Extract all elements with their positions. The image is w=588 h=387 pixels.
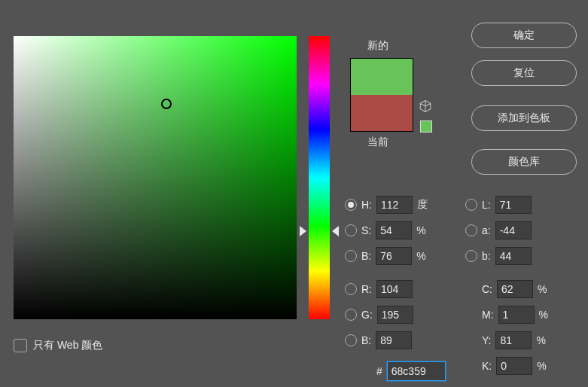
web-only-checkbox[interactable]: 只有 Web 颜色 bbox=[14, 339, 102, 352]
label-y: Y: bbox=[482, 334, 491, 346]
hue-row: H: 度 bbox=[345, 196, 431, 214]
input-hex[interactable] bbox=[387, 361, 446, 381]
b-row: B: bbox=[345, 331, 412, 349]
sat-row: S: % bbox=[345, 221, 430, 239]
ok-button[interactable]: 确定 bbox=[471, 23, 577, 48]
unit-c: % bbox=[538, 283, 551, 295]
label-labb: b: bbox=[482, 250, 491, 262]
label-a: a: bbox=[482, 224, 491, 236]
hue-handle-right[interactable] bbox=[332, 226, 339, 236]
unit-m: % bbox=[539, 309, 553, 321]
a-row: a: bbox=[465, 221, 532, 239]
input-bb[interactable] bbox=[376, 331, 412, 349]
bright-row: B: % bbox=[345, 247, 430, 265]
add-swatch-button[interactable]: 添加到色板 bbox=[471, 105, 577, 131]
m-row: M: % bbox=[482, 306, 553, 324]
radio-a[interactable] bbox=[465, 224, 477, 236]
reset-button[interactable]: 复位 bbox=[471, 60, 577, 86]
c-row: C: % bbox=[482, 280, 551, 298]
input-l[interactable] bbox=[495, 196, 532, 214]
radio-l[interactable] bbox=[465, 199, 477, 211]
hex-row: # bbox=[376, 361, 446, 381]
preview-current[interactable] bbox=[351, 95, 413, 131]
color-cursor bbox=[161, 99, 172, 109]
input-a[interactable] bbox=[495, 221, 532, 239]
unit-bv: % bbox=[416, 250, 430, 262]
unit-y: % bbox=[536, 334, 550, 346]
radio-s[interactable] bbox=[345, 224, 357, 236]
label-c: C: bbox=[482, 283, 492, 295]
radio-labb[interactable] bbox=[465, 250, 477, 262]
preview-new bbox=[351, 59, 413, 95]
input-h[interactable] bbox=[376, 196, 413, 214]
color-lib-button[interactable]: 颜色库 bbox=[471, 149, 577, 175]
input-k[interactable] bbox=[496, 357, 532, 375]
label-h: H: bbox=[361, 199, 372, 211]
input-r[interactable] bbox=[376, 280, 413, 298]
unit-k: % bbox=[537, 360, 550, 372]
radio-bv[interactable] bbox=[345, 250, 357, 262]
label-new: 新的 bbox=[367, 39, 388, 53]
gamut-warning-icon[interactable] bbox=[419, 99, 432, 117]
input-g[interactable] bbox=[377, 306, 413, 324]
label-s: S: bbox=[361, 224, 371, 236]
g-row: G: bbox=[345, 306, 413, 324]
k-row: K: % bbox=[482, 357, 550, 375]
input-y[interactable] bbox=[495, 331, 532, 349]
label-g: G: bbox=[361, 309, 373, 321]
hue-slider[interactable] bbox=[309, 36, 330, 319]
l-row: L: bbox=[465, 196, 532, 214]
label-current: 当前 bbox=[367, 136, 388, 149]
radio-bb[interactable] bbox=[345, 334, 357, 346]
radio-g[interactable] bbox=[345, 309, 357, 321]
checkbox-box bbox=[14, 339, 27, 352]
color-field[interactable] bbox=[14, 36, 297, 319]
label-r: R: bbox=[361, 283, 372, 295]
radio-h[interactable] bbox=[345, 199, 357, 211]
label-bb: B: bbox=[361, 334, 371, 346]
label-hash: # bbox=[376, 365, 382, 377]
radio-r[interactable] bbox=[345, 283, 357, 295]
input-s[interactable] bbox=[376, 221, 412, 239]
label-k: K: bbox=[482, 360, 492, 372]
r-row: R: bbox=[345, 280, 413, 298]
label-bv: B: bbox=[361, 250, 371, 262]
input-m[interactable] bbox=[498, 306, 535, 324]
web-only-label: 只有 Web 颜色 bbox=[33, 339, 102, 352]
label-m: M: bbox=[482, 309, 494, 321]
input-bv[interactable] bbox=[376, 247, 412, 265]
labb-row: b: bbox=[465, 247, 532, 265]
hue-handle-left[interactable] bbox=[300, 226, 306, 236]
label-l: L: bbox=[482, 199, 491, 211]
web-safe-swatch[interactable] bbox=[420, 120, 432, 133]
unit-s: % bbox=[416, 224, 430, 236]
input-c[interactable] bbox=[497, 280, 533, 298]
input-labb[interactable] bbox=[495, 247, 532, 265]
color-preview bbox=[350, 58, 413, 132]
unit-h: 度 bbox=[417, 198, 431, 212]
y-row: Y: % bbox=[482, 331, 550, 349]
